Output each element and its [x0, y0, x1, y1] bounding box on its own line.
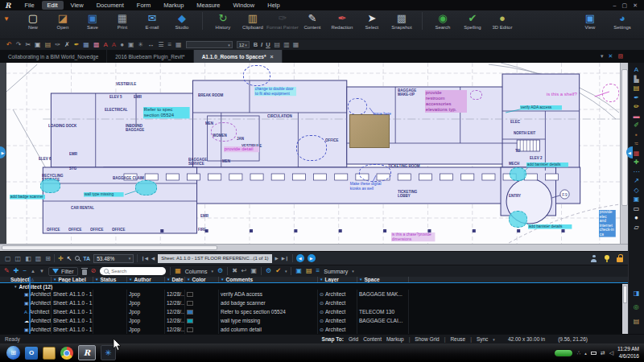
column-header-subject[interactable]: Subject△	[0, 277, 52, 282]
sheet-selector[interactable]: Sheet: A1.1.0 - 1ST FLOOR REFERENC...(1 …	[158, 254, 271, 263]
column-header-layer[interactable]: ▼Layer	[318, 277, 357, 282]
insert-image-icon[interactable]: ▦	[83, 42, 89, 48]
menu-item-document[interactable]: Document	[91, 1, 130, 10]
clip-tool-icon[interactable]: ≈	[634, 139, 638, 149]
line-spacing-icon[interactable]: ☰	[158, 42, 163, 48]
next-page-button[interactable]: ▶	[275, 256, 279, 261]
search-input[interactable]	[111, 269, 159, 274]
fit-page-icon[interactable]: ◫	[15, 255, 22, 262]
menu-item-form[interactable]: Form	[131, 1, 157, 10]
list-icon[interactable]: ≡	[167, 42, 171, 48]
stamp-tool-icon[interactable]: ▙	[634, 75, 638, 84]
restore-button[interactable]: ▢	[622, 2, 628, 9]
edit-markup-icon[interactable]: ✎	[4, 268, 10, 274]
summary-button[interactable]: Summary	[324, 269, 348, 274]
layer-visibility-icon[interactable]: ⊙	[320, 318, 324, 323]
cloud-markup[interactable]	[509, 211, 527, 228]
markups-scrollbar-thumb[interactable]	[623, 286, 627, 303]
note-banister-2[interactable]: add banister details	[528, 224, 572, 229]
pencil-tool-icon[interactable]: ✏	[634, 102, 639, 112]
table-row[interactable]: ☁ArchitectSheet: A1.1.0 - 1...Jpop12/28/…	[0, 316, 628, 325]
column-header-author[interactable]: ▼Author	[127, 277, 165, 282]
redo-icon[interactable]: ↷	[16, 42, 22, 48]
remove-row-icon[interactable]: −	[23, 268, 27, 274]
share-tray-icon[interactable]: ∴	[577, 350, 580, 356]
3d-editor-button[interactable]: ●3D Editor	[489, 12, 516, 30]
font-family-select[interactable]: ▾	[186, 41, 233, 48]
delete-icon[interactable]: ✗	[64, 42, 70, 48]
menu-item-file[interactable]: File	[19, 1, 39, 10]
snapshot-button[interactable]: ▩Snapshot	[388, 12, 415, 30]
single-page-icon[interactable]: ▢	[5, 255, 11, 262]
file-explorer-icon[interactable]	[43, 347, 56, 360]
clear-filter-icon[interactable]: ⊘	[91, 268, 97, 274]
callout-tool-icon[interactable]: ▣	[634, 195, 640, 204]
sign-icon[interactable]: ✒	[74, 42, 80, 48]
fit-width-icon[interactable]: ◧	[25, 255, 31, 262]
column-header-comments[interactable]: ▼Comments	[219, 277, 318, 282]
clipboard-button[interactable]: ▥Clipboard	[239, 12, 266, 30]
new-button[interactable]: ▢New	[19, 12, 47, 30]
view-back-button[interactable]: ◀	[296, 254, 304, 262]
columns-settings-icon[interactable]: ⚙	[217, 268, 223, 274]
text-select-icon[interactable]: TA	[83, 256, 90, 261]
menu-item-view[interactable]: View	[65, 1, 89, 10]
new-page-icon[interactable]: ▤	[306, 268, 312, 274]
taskbar-clock[interactable]: 11:29 AM 4/6/2016	[617, 346, 639, 360]
save-button[interactable]: ▣Save	[79, 12, 106, 30]
align-left-icon[interactable]: ▤	[275, 41, 281, 48]
cloud-markup[interactable]	[510, 167, 526, 181]
text-tool-icon[interactable]: A	[634, 65, 638, 75]
horizontal-scrollbar[interactable]	[0, 244, 628, 251]
collapse-caret-icon[interactable]: ▾	[14, 284, 17, 289]
flag-red-icon[interactable]: A	[103, 42, 107, 48]
cloud-markup[interactable]	[359, 164, 391, 182]
view-button[interactable]: ▣View	[576, 12, 604, 30]
cloud-markup[interactable]	[211, 122, 237, 142]
zoom-level-select[interactable]: 53.48%▾	[93, 254, 134, 263]
world-panel-icon[interactable]: ◎	[634, 302, 640, 312]
note-ada[interactable]: verify ADA access	[520, 105, 562, 110]
italic-button[interactable]: I	[261, 41, 262, 48]
spelling-button[interactable]: ✔Spelling	[459, 12, 486, 30]
eraser-tool-icon[interactable]: ▬	[634, 112, 640, 121]
previous-page-button[interactable]: ◀	[151, 256, 155, 261]
cloud-markup[interactable]	[296, 135, 327, 161]
screen-recorder-indicator[interactable]	[554, 349, 573, 357]
last-page-button[interactable]: ▶❙	[282, 256, 289, 261]
profile-icon[interactable]	[590, 255, 597, 262]
close-tab-icon[interactable]: ×	[270, 54, 273, 60]
menu-item-help[interactable]: Help	[262, 1, 285, 10]
approve-stamp-icon[interactable]: ▪	[635, 130, 638, 140]
layers-icon[interactable]: ▣	[295, 268, 302, 274]
image-stamp-icon[interactable]: ▦	[634, 149, 640, 158]
align-right-icon[interactable]: ▦	[293, 41, 299, 48]
document-tab[interactable]: 2016 Bluebeam Plugin_Revit*	[107, 50, 193, 63]
menu-item-edit[interactable]: Edit	[42, 1, 64, 10]
paste-icon[interactable]: ▤	[45, 42, 52, 48]
continuous-view-icon[interactable]: ▥	[35, 255, 42, 262]
polygon-tool-icon[interactable]: ▱	[634, 223, 638, 232]
reply-icon[interactable]: ↩	[242, 268, 247, 274]
menu-item-measure[interactable]: Measure	[191, 1, 225, 10]
column-header-space[interactable]: ▼Space	[357, 277, 409, 282]
outlook-app-icon[interactable]: O	[25, 347, 38, 360]
toggle-reuse[interactable]: Reuse	[450, 336, 465, 342]
flag-dark-icon[interactable]: A	[112, 42, 116, 48]
markups-scrollbar[interactable]	[622, 284, 628, 334]
layer-visibility-icon[interactable]: ⊙	[320, 291, 324, 297]
tip-bulb-icon[interactable]	[605, 255, 609, 262]
table-row[interactable]: ▣ArchitectSheet: A1.1.0 - 1...Jpop12/28/…	[0, 290, 628, 298]
search-button[interactable]: ◉Search	[429, 12, 456, 30]
clear-status-icon[interactable]: ✖	[232, 268, 237, 274]
lock-icon[interactable]	[617, 257, 623, 262]
minimize-button[interactable]: –	[613, 2, 617, 9]
delete-markup-icon[interactable]	[82, 269, 87, 275]
cloud-markup[interactable]	[243, 65, 270, 86]
table-row[interactable]: ▣ArchitectSheet: A1.1.0 - 1...Jpop12/28/…	[0, 325, 628, 334]
cloud-markup[interactable]	[602, 84, 619, 102]
toggle-show-grid[interactable]: Show Grid	[415, 336, 439, 342]
note-kiosks[interactable]: Make these digital kiosks as well	[349, 182, 386, 191]
filter-button[interactable]: Filter	[48, 267, 78, 276]
horizontal-scrollbar-thumb[interactable]	[2, 245, 217, 250]
